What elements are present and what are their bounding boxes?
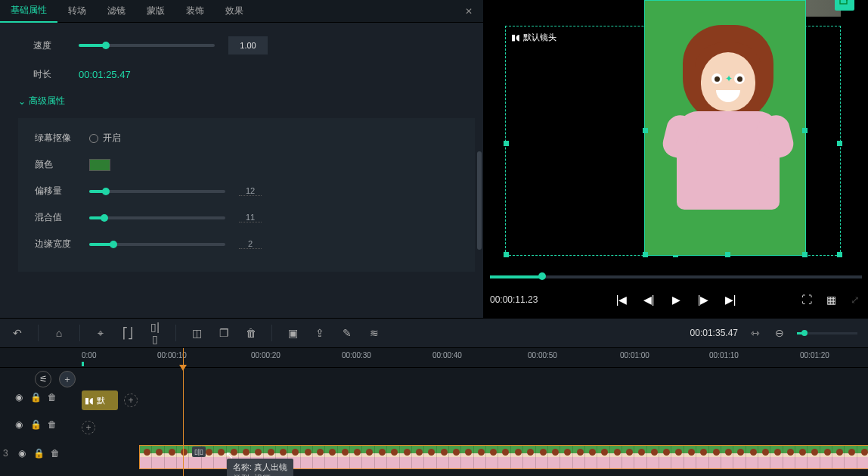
next-frame-button[interactable]: ▶| xyxy=(724,294,737,306)
add-track-button[interactable]: ＋ xyxy=(59,371,76,387)
step-fwd-button[interactable]: |▶ xyxy=(696,294,710,306)
add-layer-button[interactable] xyxy=(835,0,854,11)
visibility-icon[interactable]: ◉ xyxy=(14,419,24,430)
color-label: 颜色 xyxy=(35,158,89,171)
lock-icon[interactable]: 🔒 xyxy=(30,392,41,403)
chevron-down-icon: ⌄ xyxy=(18,96,26,107)
undo-icon[interactable]: ↶ xyxy=(11,327,24,339)
duration-value: 00:01:25.47 xyxy=(79,69,131,80)
preview-timecode: 00:00:11.23 xyxy=(490,294,538,305)
camera-icon: ▮◖ xyxy=(85,396,94,406)
tab-transition[interactable]: 转场 xyxy=(57,0,97,23)
lock-icon[interactable]: 🔒 xyxy=(30,419,41,430)
preview-canvas[interactable]: ▮◖ 默认镜头 ✦ 00:00:11.23 xyxy=(484,0,868,318)
blend-slider[interactable] xyxy=(89,216,225,219)
svg-rect-0 xyxy=(840,0,847,4)
duration-label: 时长 xyxy=(33,68,79,81)
fit-icon[interactable]: ⇿ xyxy=(749,327,762,339)
close-icon[interactable]: ✕ xyxy=(454,6,483,17)
delete-icon[interactable]: 🗑 xyxy=(244,327,258,339)
mark-in-icon[interactable]: ⎡⎦ xyxy=(121,327,135,339)
add-clip-button[interactable]: + xyxy=(82,421,95,434)
edge-label: 边缘宽度 xyxy=(35,238,89,250)
timeline-ruler[interactable]: 0:00 00:00:10 00:00:20 00:00:30 00:00:40… xyxy=(0,348,868,368)
offset-label: 偏移量 xyxy=(35,185,89,198)
export-icon[interactable]: ⇪ xyxy=(313,327,327,339)
track-index: 3 xyxy=(3,448,11,459)
tab-decorate[interactable]: 装饰 xyxy=(175,0,215,23)
tab-basic[interactable]: 基础属性 xyxy=(0,0,57,23)
timeline-toolbar: ↶ ⌂ ⌖ ⎡⎦ ▯|▯ ◫ ❐ 🗑 ▣ ⇪ ✎ ≋ 00:01:35.47 ⇿… xyxy=(0,318,868,348)
properties-panel: 基础属性 转场 滤镜 蒙版 装饰 效果 ✕ 速度 1.00 时长 00:01:2… xyxy=(0,0,484,318)
track-settings-icon[interactable]: ⚟ xyxy=(35,371,51,387)
fullscreen-icon[interactable]: ⤢ xyxy=(848,294,862,306)
magnet-icon[interactable]: ⌂ xyxy=(52,327,66,339)
align-tag[interactable]: ▯|▯ xyxy=(192,446,206,457)
locate-icon[interactable]: ⌖ xyxy=(94,327,107,340)
snapshot-icon[interactable]: ⛶ xyxy=(800,294,814,306)
offset-slider[interactable] xyxy=(89,190,225,193)
image-icon[interactable]: ▣ xyxy=(286,327,299,339)
toolbar-timecode: 00:01:35.47 xyxy=(690,328,738,338)
split-icon[interactable]: ▯|▯ xyxy=(148,321,162,345)
speed-label: 速度 xyxy=(33,39,79,52)
add-clip-button[interactable]: + xyxy=(124,394,138,407)
edit-icon[interactable]: ✎ xyxy=(340,327,354,339)
tab-filter[interactable]: 滤镜 xyxy=(97,0,136,23)
offset-value[interactable]: 12 xyxy=(239,186,262,196)
play-button[interactable]: ▶ xyxy=(669,294,683,306)
layers-icon[interactable]: ≋ xyxy=(367,327,381,339)
visibility-icon[interactable]: ◉ xyxy=(17,448,27,459)
speed-slider[interactable] xyxy=(79,44,215,47)
playhead[interactable] xyxy=(183,348,184,476)
step-back-button[interactable]: ◀| xyxy=(642,294,656,306)
visibility-icon[interactable]: ◉ xyxy=(14,392,24,403)
preview-panel: ▮◖ 默认镜头 ✦ 00:00:11.23 xyxy=(484,0,868,318)
blend-label: 混合值 xyxy=(35,211,89,224)
enable-label: 开启 xyxy=(103,132,121,145)
zoom-out-icon[interactable]: ⊖ xyxy=(773,327,786,339)
prev-frame-button[interactable]: |◀ xyxy=(615,294,628,306)
preview-seekbar[interactable] xyxy=(490,275,862,278)
overlay-clip[interactable]: ▮◖ 默 xyxy=(82,390,118,410)
overlay-box[interactable]: ✦ xyxy=(644,0,806,256)
track-delete-icon[interactable]: 🗑 xyxy=(50,448,60,459)
color-swatch[interactable] xyxy=(89,159,110,171)
camera-icon: ▮◖ xyxy=(511,33,520,42)
zoom-slider[interactable] xyxy=(797,332,857,334)
tab-effect[interactable]: 效果 xyxy=(215,0,254,23)
edge-slider[interactable] xyxy=(89,243,225,246)
crop-icon[interactable]: ◫ xyxy=(190,327,203,339)
timeline: 0:00 00:00:10 00:00:20 00:00:30 00:00:40… xyxy=(0,348,868,476)
tab-mask[interactable]: 蒙版 xyxy=(136,0,175,23)
lock-icon[interactable]: 🔒 xyxy=(33,448,44,459)
track-delete-icon[interactable]: 🗑 xyxy=(47,419,57,430)
blend-value[interactable]: 11 xyxy=(239,213,262,222)
enable-radio[interactable] xyxy=(89,134,98,143)
copy-icon[interactable]: ❐ xyxy=(217,327,231,339)
speed-value[interactable]: 1.00 xyxy=(228,36,268,54)
panel-scrollbar[interactable] xyxy=(477,151,482,250)
advanced-section: 绿幕抠像 开启 颜色 偏移量 12 混合值 11 xyxy=(18,118,475,272)
property-tabs: 基础属性 转场 滤镜 蒙版 装饰 效果 ✕ xyxy=(0,0,483,23)
advanced-section-toggle[interactable]: ⌄ 高级属性 xyxy=(18,95,465,107)
camera-label: ▮◖ 默认镜头 xyxy=(511,32,556,43)
track-delete-icon[interactable]: 🗑 xyxy=(47,392,57,403)
avatar-illustration: ✦ xyxy=(668,19,789,216)
clip-tooltip: 名称: 真人出镜 类型: 视频 xyxy=(227,459,293,476)
greenscreen-label: 绿幕抠像 xyxy=(35,132,89,145)
grid-icon[interactable]: ▦ xyxy=(824,294,838,306)
edge-value[interactable]: 2 xyxy=(239,239,262,249)
